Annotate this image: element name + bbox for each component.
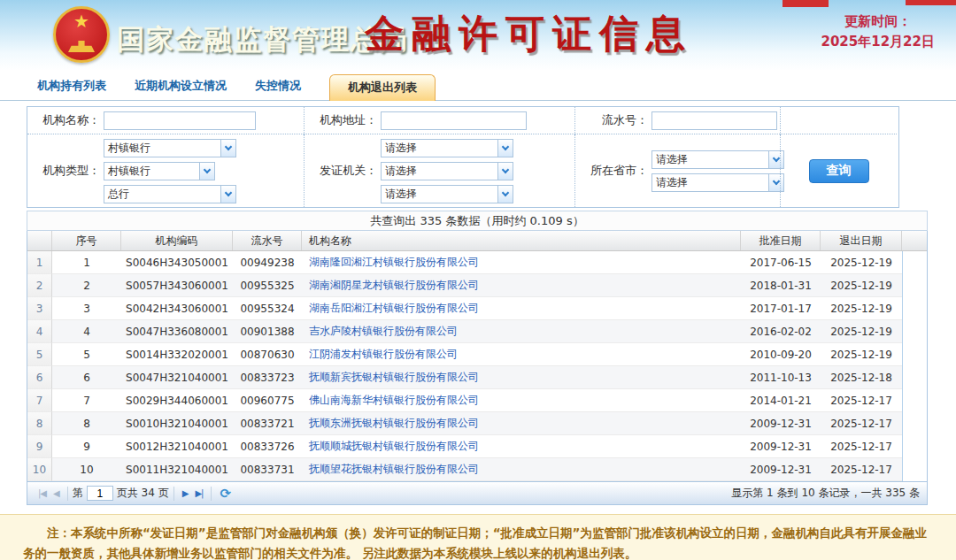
first-page-icon[interactable]: |◀ [38,488,46,498]
cell-exit-date: 2025-12-17 [821,458,902,481]
chevron-down-icon[interactable] [497,186,513,203]
cell-exit-date: 2025-12-19 [821,320,902,343]
results-table: 序号 机构编码 流水号 机构名称 批准日期 退出日期 1 1 S0046H343… [27,231,928,482]
cell-serial: 00949238 [233,251,302,274]
cell-code: S0011H321040001 [121,458,233,481]
chevron-down-icon[interactable] [220,186,235,203]
scrollbar-spacer [902,458,927,481]
institution-name-input[interactable] [104,111,256,130]
update-time-label: 更新时间： [821,12,936,32]
table-row: 9 9 S0012H321040001 00833726 抚顺顺城抚银村镇银行股… [27,435,927,458]
divider [173,487,174,501]
cell-approve-date: 2010-09-20 [741,343,821,366]
scrollbar-spacer [902,412,927,435]
cell-approve-date: 2011-10-13 [741,366,821,389]
cell-seq: 10 [52,458,121,481]
issuing-authority-select-1[interactable]: 请选择 [381,139,513,157]
table-row: 10 10 S0011H321040001 00833731 抚顺望花抚银村镇银… [27,458,927,481]
cell-seq: 9 [52,435,121,458]
institution-link[interactable]: 湖南湘阴星龙村镇银行股份有限公司 [309,278,479,293]
table-row: 5 5 S0014H332020001 00870630 江阴浦发村镇银行股份有… [27,343,927,366]
cell-approve-date: 2018-01-31 [741,274,821,297]
institution-address-input[interactable] [381,111,527,130]
institution-link[interactable]: 抚顺新宾抚银村镇银行股份有限公司 [309,370,479,385]
divider [67,487,68,501]
tab-bar: 机构持有列表 近期机构设立情况 失控情况 机构退出列表 [0,71,956,101]
tab-institution-exit-list[interactable]: 机构退出列表 [329,74,436,101]
institution-link[interactable]: 湖南岳阳湘江村镇银行股份有限公司 [309,301,479,316]
scrollbar-spacer [902,366,927,389]
cell-serial: 00901388 [233,320,302,343]
scrollbar-spacer [902,251,927,274]
page-number-input[interactable] [87,486,113,501]
institution-type-select-1[interactable]: 村镇银行 [104,139,236,157]
cell-code: S0029H344060001 [121,389,233,412]
table-row: 8 8 S0010H321040001 00833721 抚顺东洲抚银村镇银行股… [27,412,927,435]
gate-icon [68,41,95,52]
issuing-authority-select-3[interactable]: 请选择 [381,185,513,203]
tab-institution-holding-list[interactable]: 机构持有列表 [37,78,106,100]
row-number: 4 [27,320,52,343]
search-button[interactable]: 查询 [809,159,869,183]
last-page-icon[interactable]: ▶| [195,488,203,498]
red-strip-decoration [783,0,829,7]
row-number: 2 [27,274,52,297]
cell-serial: 00960775 [233,389,302,412]
institution-link[interactable]: 佛山南海新华村镇银行股份有限公司 [309,393,479,408]
cell-approve-date: 2014-01-21 [741,389,821,412]
cell-exit-date: 2025-12-19 [821,251,902,274]
chevron-down-icon[interactable] [497,140,513,157]
institution-name-label: 机构名称： [29,112,100,128]
scrollbar-spacer [902,343,927,366]
table-row: 1 1 S0046H343050001 00949238 湖南隆回湘江村镇银行股… [27,251,927,274]
issuing-authority-select-2[interactable]: 请选择 [381,162,513,180]
institution-link[interactable]: 抚顺望花抚银村镇银行股份有限公司 [309,462,479,477]
city-select[interactable]: 请选择 [651,173,784,192]
institution-link[interactable]: 吉水庐陵村镇银行股份有限公司 [309,324,458,339]
next-page-icon[interactable]: ▶ [182,488,189,498]
prev-page-icon[interactable]: ◀ [53,488,59,498]
institution-link[interactable]: 江阴浦发村镇银行股份有限公司 [309,347,458,362]
issuing-authority-label: 发证机关： [306,163,377,179]
institution-link[interactable]: 抚顺顺城抚银村镇银行股份有限公司 [309,439,479,454]
cell-seq: 3 [52,297,121,320]
footer-note: 注：本系统中所称“发证日期”是监管部门对金融机构颁（换）发许可证的制证日期；“批… [0,514,956,560]
header-banner: ★ 国家金融监督管理总局 金融许可证信息 更新时间： 2025年12月22日 [0,0,956,71]
chevron-down-icon[interactable] [497,163,513,180]
refresh-icon[interactable]: ⟳ [220,486,231,502]
col-serial-header: 流水号 [233,231,302,250]
table-row: 2 2 S0057H343060001 00955325 湖南湘阴星龙村镇银行股… [27,274,927,297]
institution-address-label: 机构地址： [306,112,377,128]
divider [211,487,212,501]
institution-type-select-2[interactable]: 村镇银行 [104,162,215,180]
province-select[interactable]: 请选择 [651,150,784,169]
col-code-header: 机构编码 [121,231,233,250]
chevron-down-icon[interactable] [199,163,214,180]
cell-seq: 7 [52,389,121,412]
scrollbar-spacer [902,389,927,412]
serial-number-input[interactable] [651,111,777,130]
cell-serial: 00955325 [233,274,302,297]
cell-exit-date: 2025-12-18 [821,366,902,389]
main-content: 机构名称： 机构地址： 流水号： 机构类型： [0,101,956,505]
page-count-label: 页共 34 页 [117,486,169,501]
serial-number-label: 流水号： [577,112,648,128]
row-number: 9 [27,435,52,458]
cell-approve-date: 2017-06-15 [741,251,821,274]
scrollbar-spacer [902,320,927,343]
tab-recent-establishment[interactable]: 近期机构设立情况 [135,78,227,100]
institution-type-select-3[interactable]: 总行 [104,185,236,203]
tab-out-of-control[interactable]: 失控情况 [255,78,301,100]
cell-serial: 00870630 [233,343,302,366]
cell-seq: 6 [52,366,121,389]
national-emblem-icon: ★ [53,6,110,63]
cell-code: S0012H321040001 [121,435,233,458]
institution-link[interactable]: 湖南隆回湘江村镇银行股份有限公司 [309,255,479,270]
province-city-label: 所在省市： [577,163,648,179]
cell-approve-date: 2009-12-31 [741,435,821,458]
chevron-down-icon[interactable] [220,140,235,157]
scrollbar-spacer [902,231,927,250]
cell-exit-date: 2025-12-17 [821,389,902,412]
cell-code: S0057H343060001 [121,274,233,297]
institution-link[interactable]: 抚顺东洲抚银村镇银行股份有限公司 [309,416,479,431]
